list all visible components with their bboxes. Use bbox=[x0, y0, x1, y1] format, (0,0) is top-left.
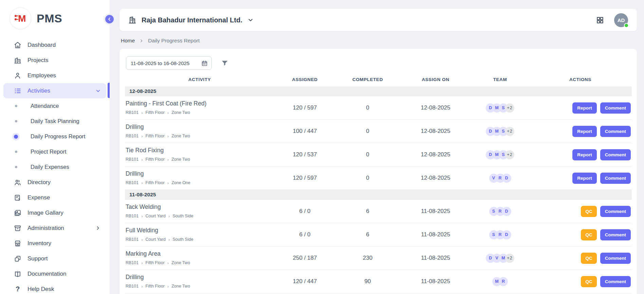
date-range-value: 11-08-2025 to 16-08-2025 bbox=[131, 60, 189, 66]
active-edge-indicator bbox=[108, 83, 110, 98]
company-selector[interactable]: Raja Bahadur International Ltd. bbox=[128, 16, 254, 24]
assign-on-value: 11-08-2025 bbox=[400, 278, 471, 285]
team-member-avatar[interactable]: R bbox=[499, 277, 508, 286]
activity-cell: Full Welding RB101›Court Yard›South Side bbox=[125, 223, 274, 246]
archive-box-icon bbox=[14, 224, 22, 232]
comment-button[interactable]: Comment bbox=[600, 229, 631, 240]
report-button[interactable]: Report bbox=[572, 149, 597, 160]
activity-title: Drilling bbox=[126, 123, 272, 131]
sidebar-item-documentation[interactable]: Documentation bbox=[3, 266, 106, 281]
sidebar-subitem-daily-expenses[interactable]: Daily Expenses bbox=[0, 159, 110, 175]
comment-button[interactable]: Comment bbox=[600, 173, 631, 184]
activity-title: Tack Welding bbox=[126, 203, 272, 211]
user-avatar[interactable]: AD bbox=[614, 13, 628, 27]
completed-value: 230 bbox=[335, 255, 400, 261]
assigned-value: 250 / 187 bbox=[274, 255, 335, 261]
qc-button[interactable]: QC bbox=[581, 276, 596, 287]
progress-table: ACTIVITY ASSIGNED COMPLETED ASSIGN ON TE… bbox=[125, 77, 632, 293]
sidebar-item-label: Expense bbox=[27, 194, 50, 201]
filter-funnel-icon[interactable] bbox=[221, 59, 228, 67]
report-button[interactable]: Report bbox=[572, 173, 597, 184]
table-header: ACTIVITY ASSIGNED COMPLETED ASSIGN ON TE… bbox=[125, 77, 632, 86]
team-member-avatar[interactable]: D bbox=[502, 174, 511, 183]
sidebar-subitem-attendance[interactable]: Attendance bbox=[0, 98, 110, 114]
activity-cell: Drilling RB101›Fifth Floor›Zone One bbox=[125, 167, 274, 190]
sidebar-item-directory[interactable]: Directory bbox=[3, 175, 106, 190]
qc-button[interactable]: QC bbox=[581, 229, 596, 240]
activity-title: Painting - First Coat (Fire Red) bbox=[126, 100, 272, 107]
sidebar-item-label: Administration bbox=[27, 225, 64, 232]
brand: M PMS bbox=[0, 0, 110, 35]
path-part: Fifth Floor bbox=[146, 284, 165, 289]
team-member-avatar[interactable]: D bbox=[502, 207, 511, 216]
comment-button[interactable]: Comment bbox=[600, 276, 631, 287]
assign-on-value: 12-08-2025 bbox=[400, 175, 471, 181]
sidebar-item-administration[interactable]: Administration bbox=[3, 220, 106, 236]
team-extra-count[interactable]: +2 bbox=[505, 254, 514, 263]
breadcrumb-home-link[interactable]: Home bbox=[121, 38, 135, 44]
comment-button[interactable]: Comment bbox=[600, 102, 631, 114]
team-avatars: MR bbox=[471, 277, 529, 286]
report-button[interactable]: Report bbox=[572, 102, 597, 114]
sidebar-item-activities[interactable]: Activities bbox=[3, 83, 106, 98]
activity-cell: Drilling RB101›Fifth Floor›Zone Two bbox=[125, 120, 274, 143]
activity-path: RB101›Fifth Floor›Zone Two bbox=[126, 260, 272, 266]
comment-button[interactable]: Comment bbox=[600, 126, 631, 137]
app-logo: M bbox=[10, 7, 31, 29]
completed-value: 6 bbox=[335, 231, 400, 238]
activity-title: Drilling bbox=[126, 170, 272, 177]
image-icon bbox=[14, 209, 22, 217]
sidebar-item-dashboard[interactable]: Dashboard bbox=[3, 37, 106, 53]
path-part: Court Yard bbox=[146, 237, 166, 242]
path-separator-icon: › bbox=[168, 214, 170, 219]
path-part: RB101 bbox=[126, 157, 139, 162]
comment-button[interactable]: Comment bbox=[600, 253, 631, 264]
sidebar-collapse-button[interactable] bbox=[104, 14, 115, 25]
sidebar-item-label: Help Desk bbox=[27, 286, 54, 293]
sidebar-item-expense[interactable]: Expense bbox=[3, 190, 106, 205]
calendar-icon bbox=[201, 60, 208, 66]
path-separator-icon: › bbox=[167, 180, 169, 185]
path-separator-icon: › bbox=[141, 180, 143, 185]
path-part: Zone Two bbox=[171, 134, 190, 138]
sidebar-item-employees[interactable]: Employees bbox=[3, 68, 106, 83]
sidebar-subitem-label: Daily Progress Report bbox=[31, 133, 85, 140]
row-actions: QCComment bbox=[529, 253, 632, 264]
path-part: RB101 bbox=[126, 284, 139, 289]
sidebar-item-inventory[interactable]: Inventory bbox=[3, 236, 106, 251]
sidebar-item-help-desk[interactable]: ? Help Desk bbox=[3, 281, 106, 294]
online-status-dot bbox=[624, 23, 629, 28]
comment-button[interactable]: Comment bbox=[600, 206, 631, 217]
comment-button[interactable]: Comment bbox=[600, 149, 631, 160]
table-row: Drilling RB101›Fifth Floor›Zone One 120 … bbox=[125, 166, 632, 190]
report-button[interactable]: Report bbox=[572, 126, 597, 137]
apps-grid-icon[interactable] bbox=[596, 16, 604, 24]
assign-on-value: 12-08-2025 bbox=[400, 104, 471, 111]
qc-button[interactable]: QC bbox=[581, 253, 596, 264]
team-extra-count[interactable]: +2 bbox=[505, 127, 514, 136]
assign-on-value: 11-08-2025 bbox=[400, 255, 471, 261]
activity-title: Drilling bbox=[126, 274, 272, 281]
team-member-avatar[interactable]: D bbox=[502, 230, 511, 239]
sidebar-item-label: Directory bbox=[27, 179, 51, 186]
sidebar-item-label: Support bbox=[27, 255, 48, 262]
table-row: Painting - First Coat (Fire Red) RB101›F… bbox=[125, 96, 632, 120]
sidebar-nav: Dashboard Projects Employees Activities bbox=[0, 35, 110, 294]
path-part: RB101 bbox=[126, 237, 139, 242]
team-extra-count[interactable]: +2 bbox=[505, 150, 514, 159]
sidebar-subitem-daily-progress-report[interactable]: Daily Progress Report bbox=[0, 129, 110, 144]
sidebar-subitem-daily-task-planning[interactable]: Daily Task Planning bbox=[0, 114, 110, 129]
path-separator-icon: › bbox=[141, 237, 143, 242]
path-part: Zone Two bbox=[171, 284, 190, 289]
bullet-icon bbox=[14, 135, 18, 139]
date-range-input[interactable]: 11-08-2025 to 16-08-2025 bbox=[126, 56, 212, 70]
team-extra-count[interactable]: +2 bbox=[505, 103, 514, 113]
qc-button[interactable]: QC bbox=[581, 206, 596, 217]
column-header-activity: ACTIVITY bbox=[125, 77, 274, 82]
sidebar-subitem-project-report[interactable]: Project Report bbox=[0, 144, 110, 159]
sidebar-item-label: Activities bbox=[27, 87, 50, 94]
sidebar-item-support[interactable]: Support bbox=[3, 251, 106, 266]
top-header: Raja Bahadur International Ltd. AD bbox=[119, 9, 637, 31]
sidebar-item-image-gallary[interactable]: Image Gallary bbox=[3, 205, 106, 220]
sidebar-item-projects[interactable]: Projects bbox=[3, 53, 106, 68]
